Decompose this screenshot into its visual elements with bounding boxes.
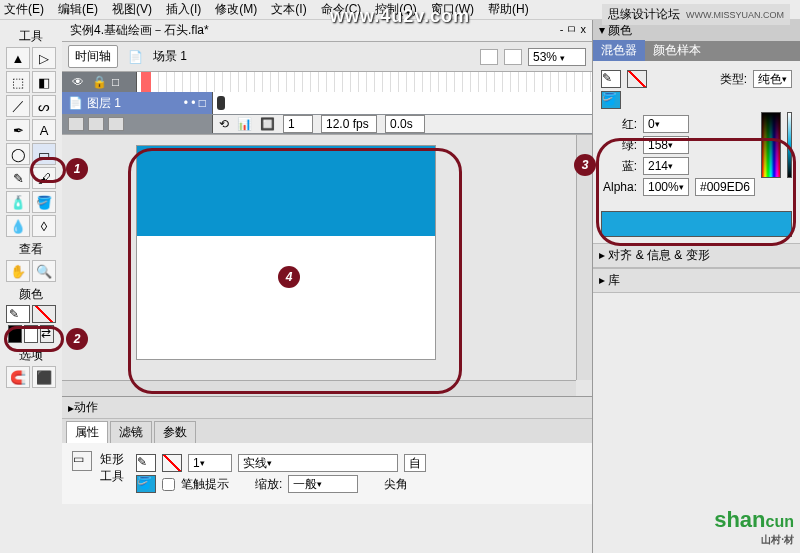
shape-name: 矩形: [100, 451, 124, 468]
hex-input[interactable]: #009ED6: [695, 178, 755, 196]
type-label: 类型:: [720, 71, 747, 88]
fill-color[interactable]: 🪣: [136, 475, 156, 493]
lock-icon[interactable]: 🔒: [92, 75, 106, 89]
blue-input[interactable]: 214: [643, 157, 689, 175]
eyedropper-tool[interactable]: 💧: [6, 215, 30, 237]
ink-bottle-tool[interactable]: 🧴: [6, 191, 30, 213]
paint-bucket-tool[interactable]: 🪣: [32, 191, 56, 213]
text-tool[interactable]: A: [32, 119, 56, 141]
scene-name[interactable]: 场景 1: [153, 48, 187, 65]
lasso-tool[interactable]: ᔕ: [32, 95, 56, 117]
menu-item[interactable]: 修改(M): [215, 1, 257, 18]
brand-watermark: shancun 山村·材: [714, 507, 794, 547]
menu-item[interactable]: 插入(I): [166, 1, 201, 18]
zoom-tool[interactable]: 🔍: [32, 260, 56, 282]
stroke-style[interactable]: 实线: [238, 454, 398, 472]
scene-icon: 📄: [128, 50, 143, 64]
window-controls[interactable]: - ㅁ x: [560, 22, 586, 37]
add-folder-icon[interactable]: [88, 117, 104, 131]
stroke-color[interactable]: ✎: [136, 454, 156, 472]
menu-item[interactable]: 编辑(E): [58, 1, 98, 18]
custom-button[interactable]: 自: [404, 454, 426, 472]
scene-bar: 时间轴 📄 场景 1 53%: [62, 42, 592, 72]
stage[interactable]: [136, 145, 436, 360]
mixer-none[interactable]: [627, 70, 647, 88]
subselect-tool[interactable]: ▷: [32, 47, 56, 69]
type-select[interactable]: 纯色: [753, 70, 792, 88]
menu-item[interactable]: 帮助(H): [488, 1, 529, 18]
edit-symbol-icon[interactable]: [504, 49, 522, 65]
hue-slider[interactable]: [787, 112, 792, 178]
timeline-panel: 👁🔒□ 📄图层 1• • □ ⟲📊🔲 1 12.0 fps 0.0s: [62, 72, 592, 134]
align-panel[interactable]: 对齐 & 信息 & 变形: [593, 243, 800, 268]
delete-layer-icon[interactable]: [108, 117, 124, 131]
badge-2: 2: [66, 328, 88, 350]
outline-icon[interactable]: □: [112, 75, 126, 89]
gradient-tool[interactable]: ◧: [32, 71, 56, 93]
rectangle-tool[interactable]: ▭: [32, 143, 56, 165]
watermark-url: www.4u2v.com: [330, 6, 470, 27]
timeline-button[interactable]: 时间轴: [68, 45, 118, 68]
options-label: 选项: [2, 347, 60, 364]
stroke-width[interactable]: 1: [188, 454, 232, 472]
properties-panel: 属性 滤镜 参数 ▭ 矩形 工具 ✎ 1 实线 自: [62, 419, 592, 504]
rect-option[interactable]: ⬛: [32, 366, 56, 388]
shape-icon: ▭: [72, 451, 92, 471]
actions-panel[interactable]: 动作: [62, 396, 592, 419]
elapsed-display: 0.0s: [385, 115, 425, 133]
alpha-input[interactable]: 100%: [643, 178, 689, 196]
color-mixer: ✎ 类型: 纯色 🪣 红:0 绿:158 蓝:214 Alpha:100% #0…: [593, 61, 800, 205]
green-input[interactable]: 158: [643, 136, 689, 154]
badge-1: 1: [66, 158, 88, 180]
red-input[interactable]: 0: [643, 115, 689, 133]
oval-tool[interactable]: ◯: [6, 143, 30, 165]
stroke-hint-label: 笔触提示: [181, 476, 229, 493]
layer-frames[interactable]: [212, 92, 592, 114]
mixer-fill[interactable]: 🪣: [601, 91, 621, 109]
scrollbar-horizontal[interactable]: [62, 380, 576, 396]
sky-rectangle[interactable]: [137, 146, 435, 236]
document-tab[interactable]: 实例4.基础绘画－石头.fla* - ㅁ x: [62, 20, 592, 42]
library-panel[interactable]: 库: [593, 268, 800, 293]
brush-tool[interactable]: 🖌: [32, 167, 56, 189]
pencil-tool[interactable]: ✎: [6, 167, 30, 189]
zoom-select[interactable]: 53%: [528, 48, 586, 66]
stage-container: [62, 134, 592, 396]
document-area: 实例4.基础绘画－石头.fla* - ㅁ x 时间轴 📄 场景 1 53% 👁🔒…: [62, 20, 592, 553]
free-transform-tool[interactable]: ⬚: [6, 71, 30, 93]
menu-item[interactable]: 视图(V): [112, 1, 152, 18]
edit-scene-icon[interactable]: [480, 49, 498, 65]
layer-icon: 📄: [68, 96, 83, 110]
tool-name: 工具: [100, 468, 124, 485]
watermark-forum: 思缘设计论坛 WWW.MISSYUAN.COM: [602, 4, 790, 25]
stroke-fill-swatches[interactable]: ✎: [2, 305, 60, 323]
selection-tool[interactable]: ▲: [6, 47, 30, 69]
tab-params[interactable]: 参数: [154, 421, 196, 443]
menu-item[interactable]: 文本(I): [271, 1, 306, 18]
menu-item[interactable]: 文件(E): [4, 1, 44, 18]
right-panels: ▾ 颜色 混色器 颜色样本 ✎ 类型: 纯色 🪣 红:0 绿:158 蓝:214…: [592, 20, 800, 553]
mixer-stroke[interactable]: ✎: [601, 70, 621, 88]
current-color-swatch: [601, 211, 792, 237]
tab-mixer[interactable]: 混色器: [593, 40, 645, 61]
pen-tool[interactable]: ✒: [6, 119, 30, 141]
badge-3: 3: [574, 154, 596, 176]
tab-filters[interactable]: 滤镜: [110, 421, 152, 443]
frame-ruler[interactable]: [136, 72, 592, 92]
stroke-hint-check[interactable]: [162, 478, 175, 491]
hand-tool[interactable]: ✋: [6, 260, 30, 282]
eye-icon[interactable]: 👁: [72, 75, 86, 89]
line-tool[interactable]: ／: [6, 95, 30, 117]
cap-label: 尖角: [384, 476, 408, 493]
view-label: 查看: [2, 241, 60, 258]
badge-4: 4: [278, 266, 300, 288]
scale-select[interactable]: 一般: [288, 475, 358, 493]
color-picker[interactable]: [761, 112, 781, 178]
snap-option[interactable]: 🧲: [6, 366, 30, 388]
tab-swatches[interactable]: 颜色样本: [645, 40, 709, 61]
tab-properties[interactable]: 属性: [66, 421, 108, 443]
eraser-tool[interactable]: ◊: [32, 215, 56, 237]
layer-row[interactable]: 📄图层 1• • □: [62, 92, 592, 114]
stroke-none[interactable]: [162, 454, 182, 472]
add-layer-icon[interactable]: [68, 117, 84, 131]
